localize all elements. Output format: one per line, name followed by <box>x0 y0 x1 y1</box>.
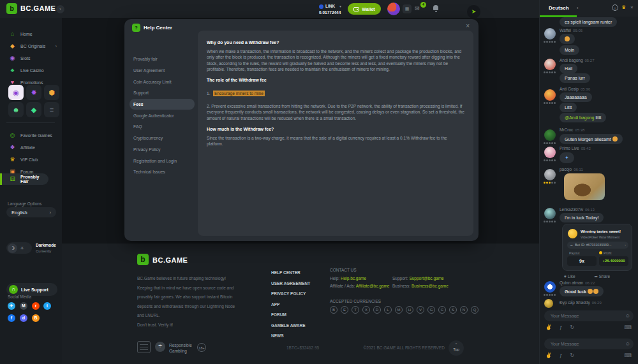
share-button[interactable]: ➦ Share <box>594 274 619 279</box>
rules-icon[interactable]: ↻ <box>570 353 582 358</box>
menu-item-user-agreement[interactable]: User Agreement <box>130 65 195 76</box>
scroll-to-top-button[interactable]: ⌃ Top <box>449 340 464 356</box>
notifications-bell-icon[interactable] <box>433 5 438 10</box>
sidebar-item-live-casino[interactable]: ♣ Live Casino <box>0 64 62 76</box>
inbox-icon[interactable]: ✉ <box>415 5 420 11</box>
close-icon[interactable]: × <box>630 4 634 10</box>
menu-item-cryptocurrency[interactable]: Cryptocurrency <box>130 133 195 144</box>
twitter-icon[interactable]: t <box>43 302 51 310</box>
sidebar-item-provably-fair[interactable]: ⚄ Provably Fair <box>0 173 48 185</box>
game-tile-lollipop[interactable]: ◉ <box>8 85 24 100</box>
avatar[interactable] <box>544 147 556 158</box>
darkmode-toggle[interactable]: ☽ ☀ <box>6 242 32 254</box>
contact-affiliate-link[interactable]: Affiliate@bc.game <box>356 284 390 288</box>
rain-icon[interactable]: ƒ <box>560 353 570 358</box>
game-tile-gem[interactable]: ◆ <box>26 102 41 117</box>
chat-image-dog-gif[interactable] <box>564 173 605 200</box>
menu-item-privacy-policy[interactable]: Privacy Policy <box>130 144 195 156</box>
mention-link[interactable]: @Andi bagong <box>565 115 594 120</box>
footer-link-forum[interactable]: FORUM <box>271 310 310 321</box>
avatar[interactable] <box>544 59 556 70</box>
keyboard-icon[interactable]: ⌨ <box>624 353 632 358</box>
reddit-icon[interactable]: r <box>32 302 40 310</box>
footer-link-help-center[interactable]: HELP CENTER <box>271 268 310 279</box>
rain-icon[interactable]: ƒ <box>560 324 570 330</box>
menu-item-coin-accuracy-limit[interactable]: Coin Accuracy Limit <box>130 76 195 87</box>
footer-link-news[interactable]: NEWS <box>271 331 310 342</box>
menu-item-fees[interactable]: Fees <box>130 99 195 110</box>
chat-username[interactable]: Primo Live05:42 <box>560 146 591 150</box>
footer-link-gamble-aware[interactable]: GAMBLE AWARE <box>271 321 310 331</box>
bcgame-logo-icon[interactable]: b <box>6 3 17 14</box>
bet-id-row[interactable]: Bet ID: #67031039939...› <box>567 242 628 249</box>
facebook-icon[interactable]: f <box>8 314 15 322</box>
smiley-icon[interactable]: ☺ <box>625 313 630 319</box>
win-share-card[interactable]: Winning tastes sweet! VideoPoker Wow Mom… <box>562 224 632 271</box>
rules-icon[interactable]: ↻ <box>570 324 582 330</box>
sidebar-collapse-button[interactable]: › <box>56 5 64 13</box>
rock-hand-icon[interactable]: ✌ <box>545 324 560 330</box>
user-avatar[interactable] <box>387 3 400 15</box>
chat-username[interactable]: Lenka2307w06:13 <box>560 207 595 212</box>
chat-username[interactable]: Đyp cấp Shaddy06:29 <box>560 300 602 305</box>
avatar[interactable] <box>544 169 556 180</box>
sidebar-item-home[interactable]: ⌂ Home <box>0 28 62 40</box>
language-select[interactable]: English › <box>6 207 56 217</box>
sidebar-item-slots[interactable]: ◉ Slots <box>0 52 62 64</box>
sidebar-item-affiliate[interactable]: ❖ Affiliate <box>0 142 62 153</box>
chat-username[interactable]: pacojo06:11 <box>560 167 583 171</box>
game-tile-coin-pouch[interactable]: ⬢ <box>44 85 59 100</box>
chat-toggle-button[interactable]: ➤ <box>467 5 480 18</box>
chat-room-name[interactable]: Deutsch <box>549 5 569 11</box>
chat-username[interactable]: Anti Gosip05:36 <box>560 87 590 91</box>
chat-username[interactable]: Andi bagong05:27 <box>560 58 595 62</box>
info-icon[interactable]: i <box>612 4 618 11</box>
menu-item-support[interactable]: Support <box>130 87 195 99</box>
avatar[interactable] <box>544 208 556 219</box>
like-button[interactable]: ♥ Like <box>564 274 584 279</box>
sidebar-item-bc-originals[interactable]: ◆ BC Originals › <box>0 40 62 52</box>
telegram-icon[interactable]: ✈ <box>8 302 15 310</box>
avatar[interactable] <box>544 89 556 101</box>
live-support-button[interactable]: ∩ Live Support <box>6 283 57 296</box>
footer-link-privacy-policy[interactable]: PRIVACY POLICY <box>271 289 310 300</box>
menu-item-registration-and-login[interactable]: Registration and Login <box>130 155 195 166</box>
footer-link-app[interactable]: APP <box>271 300 310 310</box>
chat-message-input[interactable] <box>544 339 634 349</box>
chat-username[interactable]: MrCroc05:38 <box>560 127 584 132</box>
contact-support-link[interactable]: Support@bc.game <box>409 276 443 280</box>
trophy-icon[interactable]: ♛ <box>621 4 626 10</box>
game-tile-wheel[interactable]: ✸ <box>26 85 41 100</box>
coin-symbol[interactable]: LINK <box>325 4 335 8</box>
menu-item-technical-issues[interactable]: Technical Issues <box>130 166 195 178</box>
chat-message-input[interactable] <box>544 310 634 321</box>
contact-business-link[interactable]: Business@bc.game <box>412 284 449 288</box>
menu-item-google-authenticator[interactable]: Google Authenticator <box>130 110 195 121</box>
close-icon[interactable]: × <box>466 22 470 29</box>
keyboard-icon[interactable]: ⌨ <box>624 324 632 330</box>
bitcointalk-icon[interactable]: B <box>32 314 40 322</box>
wallet-button[interactable]: Wallet <box>348 3 381 15</box>
footer-link-user-agreement[interactable]: USER AGREEMENT <box>271 279 310 289</box>
sidebar-item-vip-club[interactable]: ♛ VIP Club <box>0 154 62 165</box>
medium-icon[interactable]: M <box>20 302 27 310</box>
sidebar-item-favorite-games[interactable]: ◎ Favorite Games <box>0 129 62 141</box>
menu-item-faq[interactable]: FAQ <box>130 121 195 133</box>
avatar[interactable] <box>544 28 556 40</box>
game-tile-coins[interactable]: ≡ <box>44 102 59 117</box>
rock-hand-icon[interactable]: ✌ <box>545 353 560 358</box>
chat-username[interactable]: Waffel05:05 <box>560 28 582 33</box>
contact-help-link[interactable]: Help.bc.game <box>341 276 366 280</box>
rank-badge-icon[interactable]: ▦ <box>403 4 412 13</box>
chevron-down-icon[interactable]: ▾ <box>339 4 341 8</box>
bcgame-logo-text[interactable]: BC.GAME <box>20 4 56 12</box>
avatar[interactable] <box>544 129 556 141</box>
discord-icon[interactable]: d <box>20 314 27 322</box>
chevron-right-icon[interactable]: › <box>577 5 579 11</box>
chat-username[interactable]: Quinn atman06:22 <box>560 280 595 285</box>
avatar[interactable] <box>544 281 556 293</box>
smiley-icon[interactable]: ☺ <box>625 341 630 347</box>
avatar[interactable] <box>544 299 553 308</box>
menu-item-provably-fair[interactable]: Provably fair <box>130 54 195 65</box>
game-tile-alien[interactable]: ☻ <box>8 102 24 117</box>
